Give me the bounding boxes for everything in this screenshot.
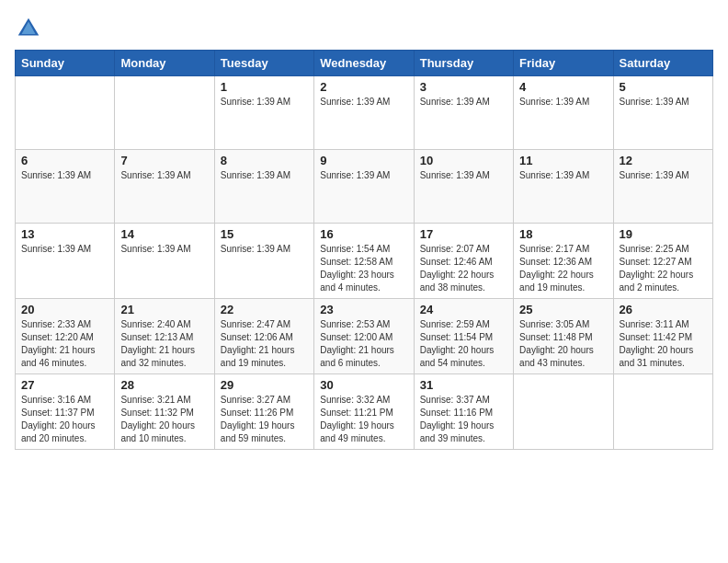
cell-info: Sunrise: 2:53 AM Sunset: 12:00 AM Daylig… [320,318,407,370]
calendar-header-cell: Saturday [613,51,712,76]
cell-info: Sunrise: 2:40 AM Sunset: 12:13 AM Daylig… [120,318,208,370]
cell-info: Sunrise: 1:39 AM [620,96,707,109]
day-number: 17 [420,227,507,241]
cell-info: Sunrise: 1:39 AM [120,243,208,256]
calendar-cell: 11Sunrise: 1:39 AM [514,150,613,224]
day-number: 21 [120,303,208,316]
calendar-cell: 23Sunrise: 2:53 AM Sunset: 12:00 AM Dayl… [314,299,414,374]
day-number: 7 [120,154,208,167]
cell-info: Sunrise: 1:39 AM [320,169,407,182]
logo-icon [15,15,42,42]
calendar-table: SundayMondayTuesdayWednesdayThursdayFrid… [15,50,713,450]
calendar-cell: 12Sunrise: 1:39 AM [613,150,712,224]
calendar-cell: 8Sunrise: 1:39 AM [214,150,313,224]
calendar-header-cell: Monday [115,51,214,76]
day-number: 12 [620,154,707,167]
day-number: 19 [620,227,707,241]
calendar-cell: 21Sunrise: 2:40 AM Sunset: 12:13 AM Dayl… [115,299,214,374]
calendar-cell: 14Sunrise: 1:39 AM [115,224,214,299]
day-number: 1 [221,80,308,94]
calendar-body: 1Sunrise: 1:39 AM2Sunrise: 1:39 AM3Sunri… [16,76,713,450]
calendar-cell: 4Sunrise: 1:39 AM [514,76,613,150]
cell-info: Sunrise: 1:39 AM [120,169,208,182]
logo [15,15,46,42]
day-number: 22 [221,303,308,316]
calendar-cell: 26Sunrise: 3:11 AM Sunset: 11:42 PM Dayl… [613,299,712,374]
cell-info: Sunrise: 3:11 AM Sunset: 11:42 PM Daylig… [620,318,707,370]
cell-info: Sunrise: 1:39 AM [221,243,308,256]
calendar-cell: 22Sunrise: 2:47 AM Sunset: 12:06 AM Dayl… [214,299,313,374]
calendar-week-row: 27Sunrise: 3:16 AM Sunset: 11:37 PM Dayl… [16,374,713,450]
calendar-cell: 3Sunrise: 1:39 AM [414,76,513,150]
day-number: 11 [519,154,607,167]
calendar-cell: 5Sunrise: 1:39 AM [613,76,712,150]
calendar-week-row: 1Sunrise: 1:39 AM2Sunrise: 1:39 AM3Sunri… [16,76,713,150]
cell-info: Sunrise: 2:17 AM Sunset: 12:36 AM Daylig… [519,243,607,294]
day-number: 16 [320,227,407,241]
calendar-cell: 31Sunrise: 3:37 AM Sunset: 11:16 PM Dayl… [414,374,513,450]
cell-info: Sunrise: 3:27 AM Sunset: 11:26 PM Daylig… [221,394,308,445]
day-number: 23 [320,303,407,316]
calendar-header-cell: Sunday [16,51,115,76]
calendar-cell [514,374,613,450]
day-number: 20 [21,303,108,316]
calendar-cell [115,76,214,150]
day-number: 6 [21,154,108,167]
calendar-cell: 15Sunrise: 1:39 AM [214,224,313,299]
day-number: 30 [320,378,407,392]
calendar-cell: 7Sunrise: 1:39 AM [115,150,214,224]
day-number: 9 [320,154,407,167]
cell-info: Sunrise: 1:39 AM [620,169,707,182]
cell-info: Sunrise: 2:59 AM Sunset: 11:54 PM Daylig… [420,318,507,370]
calendar-cell: 2Sunrise: 1:39 AM [314,76,414,150]
calendar-cell [613,374,712,450]
day-number: 15 [221,227,308,241]
day-number: 4 [519,80,607,94]
cell-info: Sunrise: 1:54 AM Sunset: 12:58 AM Daylig… [320,243,407,294]
calendar-cell: 25Sunrise: 3:05 AM Sunset: 11:48 PM Dayl… [514,299,613,374]
calendar-cell: 20Sunrise: 2:33 AM Sunset: 12:20 AM Dayl… [16,299,115,374]
calendar-cell: 30Sunrise: 3:32 AM Sunset: 11:21 PM Dayl… [314,374,414,450]
header [15,15,713,42]
calendar-cell: 9Sunrise: 1:39 AM [314,150,414,224]
day-number: 29 [221,378,308,392]
day-number: 25 [519,303,607,316]
cell-info: Sunrise: 1:39 AM [519,96,607,109]
calendar-header-cell: Tuesday [214,51,313,76]
day-number: 10 [420,154,507,167]
cell-info: Sunrise: 1:39 AM [519,169,607,182]
calendar-header-cell: Thursday [414,51,513,76]
cell-info: Sunrise: 3:32 AM Sunset: 11:21 PM Daylig… [320,394,407,445]
calendar-cell: 13Sunrise: 1:39 AM [16,224,115,299]
calendar-cell: 18Sunrise: 2:17 AM Sunset: 12:36 AM Dayl… [514,224,613,299]
cell-info: Sunrise: 1:39 AM [420,96,507,109]
day-number: 14 [120,227,208,241]
calendar-cell: 29Sunrise: 3:27 AM Sunset: 11:26 PM Dayl… [214,374,313,450]
day-number: 2 [320,80,407,94]
cell-info: Sunrise: 1:39 AM [320,96,407,109]
day-number: 8 [221,154,308,167]
cell-info: Sunrise: 2:47 AM Sunset: 12:06 AM Daylig… [221,318,308,370]
calendar-header-row: SundayMondayTuesdayWednesdayThursdayFrid… [16,51,713,76]
cell-info: Sunrise: 2:07 AM Sunset: 12:46 AM Daylig… [420,243,507,294]
day-number: 3 [420,80,507,94]
calendar-cell: 17Sunrise: 2:07 AM Sunset: 12:46 AM Dayl… [414,224,513,299]
day-number: 28 [120,378,208,392]
calendar-header-cell: Friday [514,51,613,76]
calendar-cell: 16Sunrise: 1:54 AM Sunset: 12:58 AM Dayl… [314,224,414,299]
calendar-cell: 6Sunrise: 1:39 AM [16,150,115,224]
cell-info: Sunrise: 1:39 AM [221,96,308,109]
cell-info: Sunrise: 3:21 AM Sunset: 11:32 PM Daylig… [120,394,208,445]
cell-info: Sunrise: 1:39 AM [21,243,108,256]
calendar-cell: 1Sunrise: 1:39 AM [214,76,313,150]
calendar-cell: 10Sunrise: 1:39 AM [414,150,513,224]
calendar-week-row: 20Sunrise: 2:33 AM Sunset: 12:20 AM Dayl… [16,299,713,374]
calendar-week-row: 13Sunrise: 1:39 AM14Sunrise: 1:39 AM15Su… [16,224,713,299]
cell-info: Sunrise: 2:25 AM Sunset: 12:27 AM Daylig… [620,243,707,294]
calendar-cell [16,76,115,150]
cell-info: Sunrise: 1:39 AM [21,169,108,182]
day-number: 18 [519,227,607,241]
calendar-cell: 28Sunrise: 3:21 AM Sunset: 11:32 PM Dayl… [115,374,214,450]
cell-info: Sunrise: 1:39 AM [420,169,507,182]
day-number: 5 [620,80,707,94]
